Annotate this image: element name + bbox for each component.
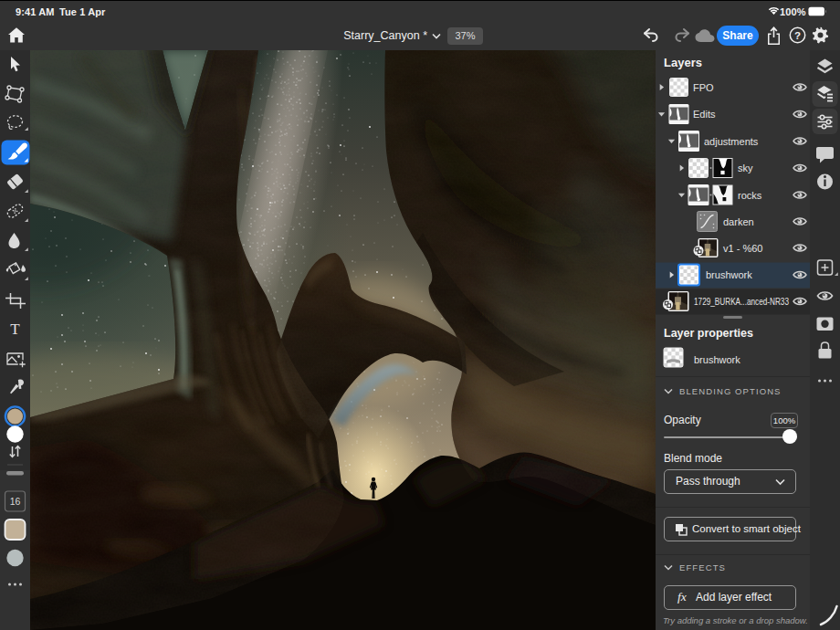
svg-text:1729_BURKA...anced-NR33: 1729_BURKA...anced-NR33 [694, 296, 789, 307]
svg-text:adjustments: adjustments [704, 136, 759, 147]
svg-text:sky: sky [738, 163, 753, 173]
svg-text:FPO: FPO [693, 82, 714, 93]
svg-text:T: T [10, 320, 20, 338]
svg-text:Edits: Edits [693, 109, 716, 120]
svg-text:brushwork: brushwork [706, 269, 752, 280]
svg-text:v1 - %60: v1 - %60 [723, 243, 762, 254]
svg-text:rocks: rocks [738, 190, 762, 201]
svg-text:16: 16 [10, 496, 21, 507]
svg-text:darken: darken [723, 216, 754, 227]
svg-text:?: ? [794, 30, 801, 41]
